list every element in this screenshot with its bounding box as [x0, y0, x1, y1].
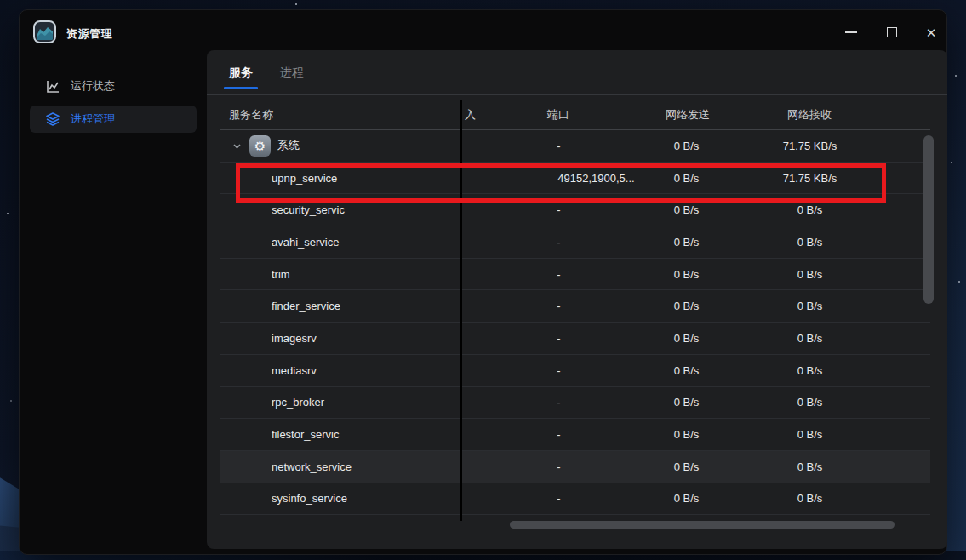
maximize-button[interactable]: [877, 21, 906, 43]
service-name-cell: ⚙ 系统: [220, 135, 476, 157]
table-row[interactable]: ⚙ imagesrv - 0 B/s 0 B/s: [220, 323, 930, 355]
window-title: 资源管理: [66, 26, 112, 42]
port-cell: -: [476, 268, 642, 281]
network-receive-cell: 0 B/s: [731, 236, 889, 249]
service-name: sysinfo_service: [272, 492, 347, 505]
table-header: 服务名称 入 端口 网络发送 网络接收: [220, 98, 930, 130]
service-name-cell: ⚙ sysinfo_service: [220, 492, 476, 505]
network-send-cell: 0 B/s: [642, 203, 731, 216]
table-row[interactable]: ⚙ mediasrv - 0 B/s 0 B/s: [220, 355, 930, 387]
port-cell: -: [476, 492, 642, 505]
tabs-separator: [207, 94, 947, 95]
service-name: mediasrv: [272, 364, 317, 377]
network-send-cell: 0 B/s: [642, 268, 731, 281]
service-name: 系统: [277, 138, 300, 153]
network-receive-cell: 71.75 KB/s: [731, 172, 889, 185]
active-tab-indicator: [224, 87, 258, 89]
table-row[interactable]: ⚙ avahi_service - 0 B/s 0 B/s: [220, 226, 930, 259]
star-dot: [7, 213, 9, 214]
network-send-cell: 0 B/s: [642, 300, 731, 312]
star-dot: [10, 400, 12, 402]
service-name: finder_service: [272, 300, 340, 312]
service-name: imagesrv: [272, 332, 317, 345]
table-row[interactable]: ⚙ trim - 0 B/s 0 B/s: [220, 259, 930, 291]
sidebar-item-label: 进程管理: [71, 111, 115, 127]
network-receive-cell: 0 B/s: [731, 203, 889, 216]
table-row[interactable]: ⚙ upnp_service 49152,1900,5... 0 B/s 71.…: [220, 163, 930, 195]
vertical-scrollbar-thumb[interactable]: [923, 135, 934, 304]
service-name-cell: ⚙ trim: [220, 268, 476, 281]
star-dot: [955, 75, 957, 77]
port-cell: -: [476, 140, 642, 152]
network-receive-cell: 0 B/s: [731, 492, 889, 505]
titlebar: 资源管理 ✕: [20, 10, 946, 54]
network-send-cell: 0 B/s: [642, 332, 731, 345]
port-cell: -: [476, 332, 642, 345]
minimize-button[interactable]: [837, 21, 866, 43]
close-icon: ✕: [926, 26, 937, 39]
network-receive-cell: 0 B/s: [731, 300, 889, 312]
column-header-network-receive[interactable]: 网络接收: [767, 107, 852, 123]
network-receive-cell: 0 B/s: [731, 268, 889, 281]
network-send-cell: 0 B/s: [642, 140, 731, 152]
services-table: 服务名称 入 端口 网络发送 网络接收 ⚙ 系统 - 0 B/s 71.75 K…: [220, 98, 930, 560]
sidebar-item-running-status[interactable]: 运行状态: [30, 72, 197, 100]
column-header-service-name[interactable]: 服务名称: [229, 107, 273, 123]
table-row[interactable]: ⚙ finder_service - 0 B/s 0 B/s: [220, 290, 930, 323]
port-cell: -: [476, 236, 642, 249]
star-dot: [951, 162, 952, 163]
service-name-cell: ⚙ imagesrv: [220, 332, 476, 345]
gear-icon: ⚙: [249, 135, 271, 157]
resource-manager-window: 资源管理 ✕ 运行状态: [19, 9, 947, 555]
service-name: security_servic: [272, 203, 345, 216]
layers-icon: [45, 111, 60, 127]
service-name-cell: ⚙ mediasrv: [220, 364, 476, 377]
line-chart-icon: [45, 78, 60, 94]
column-header-truncated[interactable]: 入: [465, 107, 476, 123]
horizontal-scrollbar-thumb[interactable]: [510, 521, 895, 529]
close-button[interactable]: ✕: [917, 21, 946, 43]
port-cell: -: [476, 300, 642, 312]
table-row[interactable]: ⚙ security_servic - 0 B/s 0 B/s: [220, 194, 930, 226]
service-name-cell: ⚙ avahi_service: [220, 236, 476, 249]
network-receive-cell: 71.75 KB/s: [731, 140, 889, 152]
port-cell: 49152,1900,5...: [476, 172, 642, 185]
star-dot: [958, 281, 960, 283]
network-send-cell: 0 B/s: [642, 172, 731, 185]
sidebar-item-label: 运行状态: [71, 78, 115, 94]
network-send-cell: 0 B/s: [642, 236, 731, 249]
table-row[interactable]: ⚙ 系统 - 0 B/s 71.75 KB/s: [220, 130, 930, 163]
service-name-cell: ⚙ upnp_service: [220, 172, 476, 185]
network-receive-cell: 0 B/s: [731, 428, 889, 441]
column-header-port[interactable]: 端口: [516, 107, 601, 123]
service-name-cell: ⚙ filestor_servic: [220, 428, 476, 441]
network-receive-cell: 0 B/s: [731, 396, 889, 409]
port-cell: -: [476, 428, 642, 441]
table-row[interactable]: ⚙ sysinfo_service - 0 B/s 0 B/s: [220, 483, 930, 516]
table-row[interactable]: ⚙ filestor_servic - 0 B/s 0 B/s: [220, 419, 930, 451]
column-resize-divider[interactable]: [460, 100, 462, 521]
table-row[interactable]: ⚙ rpc_broker - 0 B/s 0 B/s: [220, 387, 930, 420]
tab-services[interactable]: 服务: [229, 66, 253, 81]
minimize-icon: [845, 31, 857, 33]
table-row[interactable]: ⚙ network_service - 0 B/s 0 B/s: [220, 451, 930, 483]
column-header-network-send[interactable]: 网络发送: [645, 107, 730, 123]
port-cell: -: [476, 364, 642, 377]
service-name-cell: ⚙ network_service: [220, 460, 476, 473]
service-name: trim: [272, 268, 290, 281]
port-cell: -: [476, 203, 642, 216]
port-cell: -: [476, 460, 642, 473]
service-name: filestor_servic: [272, 428, 339, 441]
network-send-cell: 0 B/s: [642, 492, 731, 505]
chevron-down-icon[interactable]: [231, 140, 243, 151]
star-dot: [295, 3, 297, 5]
tab-processes[interactable]: 进程: [280, 66, 304, 81]
network-send-cell: 0 B/s: [642, 364, 731, 377]
network-send-cell: 0 B/s: [642, 396, 731, 409]
service-name: upnp_service: [272, 172, 337, 185]
sidebar: 运行状态 进程管理: [20, 54, 207, 556]
service-name: rpc_broker: [272, 396, 324, 409]
network-receive-cell: 0 B/s: [731, 364, 889, 377]
sidebar-item-process-management[interactable]: 进程管理: [30, 106, 197, 133]
network-receive-cell: 0 B/s: [731, 460, 889, 473]
